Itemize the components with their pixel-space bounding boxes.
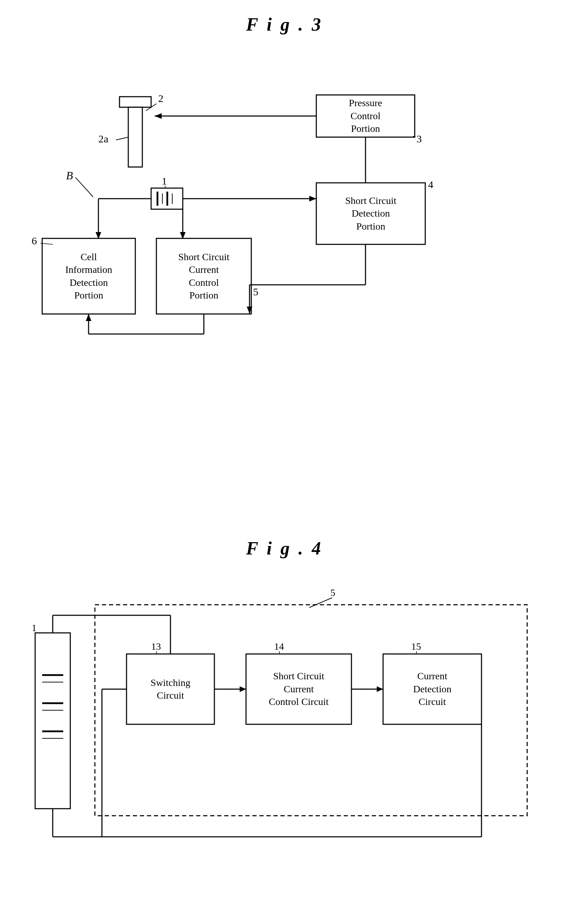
svg-marker-34 [86,314,91,321]
label-13: 13 [151,641,161,652]
label-1-fig4: 1 [32,622,37,633]
svg-line-43 [309,598,332,607]
label-5: 5 [253,286,258,297]
label-1-fig3: 1 [162,175,167,187]
label-6: 6 [32,235,37,247]
fig3-title: F i g . 3 [246,14,323,35]
svg-rect-5 [151,188,183,209]
fig4-diagram-svg: 1 5 SwitchingCircuit 13 Short CircuitCur… [21,569,548,886]
svg-line-3 [116,137,128,140]
label-14: 14 [274,641,284,652]
svg-line-25 [40,243,53,244]
svg-rect-26 [157,238,251,314]
svg-line-4 [76,178,93,197]
svg-rect-24 [42,238,135,314]
fig3-area: 2 2a B 1 PressureContro [0,42,569,552]
label-5-fig4: 5 [330,587,335,598]
svg-marker-56 [377,687,383,692]
svg-line-2 [146,104,157,111]
svg-marker-23 [180,232,186,239]
svg-rect-46 [246,654,351,724]
svg-rect-0 [120,97,151,107]
label-3: 3 [417,133,422,145]
svg-marker-54 [240,687,246,692]
fig4-area: 1 5 SwitchingCircuit 13 Short CircuitCur… [21,569,548,886]
svg-rect-42 [95,605,527,816]
svg-rect-48 [383,654,481,724]
page: F i g . 3 2 2a B [0,0,569,924]
fig4-title: F i g . 4 [246,538,323,559]
svg-rect-11 [316,95,415,137]
svg-rect-1 [128,107,142,167]
label-2: 2 [158,93,163,104]
label-2a: 2a [98,133,108,145]
svg-rect-35 [35,633,70,809]
label-B: B [66,169,73,182]
label-15: 15 [411,641,421,652]
fig3-diagram-svg: 2 2a B 1 PressureContro [0,42,569,552]
svg-rect-44 [126,654,215,724]
svg-marker-18 [309,196,316,201]
svg-rect-16 [316,183,425,244]
svg-marker-30 [247,307,253,314]
label-4: 4 [428,179,434,190]
svg-marker-21 [96,232,101,239]
svg-marker-14 [155,113,162,119]
